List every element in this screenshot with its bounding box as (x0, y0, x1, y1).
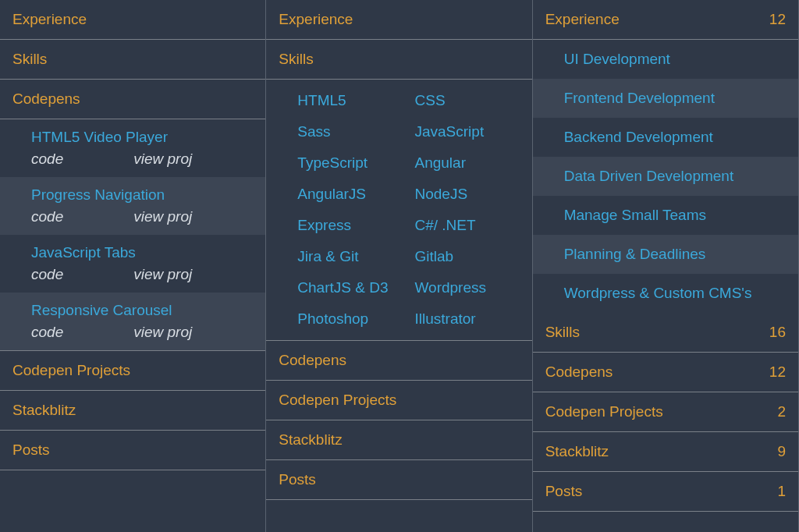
skills-list: HTML5 CSS Sass JavaScript TypeScript Ang… (266, 80, 531, 341)
section-posts[interactable]: Posts 1 (533, 472, 798, 512)
skill-item[interactable]: C#/ .NET (414, 217, 531, 234)
section-experience[interactable]: Experience (0, 0, 265, 40)
section-stackblitz[interactable]: Stackblitz (266, 420, 531, 460)
section-label: Experience (12, 11, 87, 28)
experience-item[interactable]: Wordpress & Custom CMS's (533, 274, 798, 313)
skill-item[interactable]: Jira & Git (297, 248, 414, 265)
section-skills[interactable]: Skills 16 (533, 313, 798, 353)
skill-item[interactable]: TypeScript (297, 154, 414, 172)
skill-item[interactable]: Sass (297, 123, 414, 140)
codepens-list: HTML5 Video Player code view proj Progre… (0, 119, 265, 351)
section-experience[interactable]: Experience (266, 0, 531, 40)
section-count: 2 (777, 403, 786, 420)
panel-middle: Experience Skills HTML5 CSS Sass JavaScr… (266, 0, 532, 532)
section-count: 9 (777, 443, 786, 460)
skill-item[interactable]: Illustrator (414, 310, 531, 328)
section-count: 1 (777, 483, 786, 500)
codepen-item[interactable]: Responsive Carousel code view proj (0, 293, 265, 350)
section-codepens[interactable]: Codepens (266, 341, 531, 381)
section-label: Codepens (279, 352, 346, 369)
panel-left: Experience Skills Codepens HTML5 Video P… (0, 0, 266, 532)
section-count: 12 (769, 11, 786, 28)
section-label: Stackblitz (12, 402, 76, 419)
codepen-title: JavaScript Tabs (31, 244, 253, 261)
section-label: Codepen Projects (12, 362, 130, 379)
section-count: 12 (769, 364, 786, 381)
section-codepen-projects[interactable]: Codepen Projects (266, 381, 531, 420)
skill-item[interactable]: AngularJS (297, 186, 414, 203)
codepen-view-link[interactable]: view proj (133, 151, 192, 168)
section-codepens[interactable]: Codepens (0, 80, 265, 119)
section-label: Codepen Projects (279, 392, 396, 409)
section-label: Codepen Projects (545, 403, 663, 420)
section-label: Experience (279, 11, 353, 28)
codepen-code-link[interactable]: code (31, 266, 63, 283)
section-posts[interactable]: Posts (0, 431, 265, 470)
section-codepen-projects[interactable]: Codepen Projects 2 (533, 392, 798, 432)
codepen-code-link[interactable]: code (31, 208, 63, 225)
skill-item[interactable]: JavaScript (414, 123, 531, 140)
experience-item[interactable]: Frontend Development (533, 79, 798, 118)
codepen-item[interactable]: Progress Navigation code view proj (0, 177, 265, 235)
experience-item[interactable]: Backend Development (533, 118, 798, 157)
skill-item[interactable]: HTML5 (297, 92, 414, 109)
section-stackblitz[interactable]: Stackblitz 9 (533, 432, 798, 472)
section-label: Skills (545, 324, 580, 341)
codepen-view-link[interactable]: view proj (133, 324, 192, 341)
experience-item[interactable]: Planning & Deadlines (533, 235, 798, 274)
section-label: Posts (545, 483, 583, 500)
experience-list: UI Development Frontend Development Back… (533, 40, 798, 313)
section-label: Posts (12, 442, 50, 459)
experience-item[interactable]: UI Development (533, 40, 798, 79)
codepen-item[interactable]: JavaScript Tabs code view proj (0, 235, 265, 293)
codepen-code-link[interactable]: code (31, 151, 63, 168)
section-skills[interactable]: Skills (0, 40, 265, 80)
section-label: Codepens (545, 364, 613, 381)
skill-item[interactable]: CSS (414, 92, 531, 109)
section-label: Skills (12, 51, 47, 68)
experience-item[interactable]: Manage Small Teams (533, 196, 798, 235)
section-codepens[interactable]: Codepens 12 (533, 353, 798, 392)
codepen-title: Responsive Carousel (31, 302, 253, 319)
section-count: 16 (769, 324, 786, 341)
section-label: Stackblitz (545, 443, 609, 460)
skill-item[interactable]: ChartJS & D3 (297, 279, 414, 296)
section-stackblitz[interactable]: Stackblitz (0, 391, 265, 431)
codepen-code-link[interactable]: code (31, 324, 63, 341)
section-label: Codepens (12, 90, 80, 108)
section-label: Experience (545, 11, 620, 28)
section-posts[interactable]: Posts (266, 460, 531, 500)
codepen-title: Progress Navigation (31, 186, 253, 204)
panel-right: Experience 12 UI Development Frontend De… (533, 0, 799, 532)
skill-item[interactable]: Angular (414, 154, 531, 172)
section-label: Posts (279, 471, 316, 488)
skill-item[interactable]: Gitlab (414, 248, 531, 265)
skill-item[interactable]: Photoshop (297, 310, 414, 328)
codepen-title: HTML5 Video Player (31, 129, 253, 146)
section-experience[interactable]: Experience 12 (533, 0, 798, 40)
section-label: Skills (279, 51, 313, 68)
section-label: Stackblitz (279, 431, 342, 449)
codepen-view-link[interactable]: view proj (133, 266, 192, 283)
codepen-view-link[interactable]: view proj (133, 208, 192, 225)
section-skills[interactable]: Skills (266, 40, 531, 80)
section-codepen-projects[interactable]: Codepen Projects (0, 351, 265, 391)
codepen-item[interactable]: HTML5 Video Player code view proj (0, 119, 265, 177)
skill-item[interactable]: NodeJS (414, 186, 531, 203)
skill-item[interactable]: Express (297, 217, 414, 234)
experience-item[interactable]: Data Driven Development (533, 157, 798, 196)
skill-item[interactable]: Wordpress (414, 279, 531, 296)
